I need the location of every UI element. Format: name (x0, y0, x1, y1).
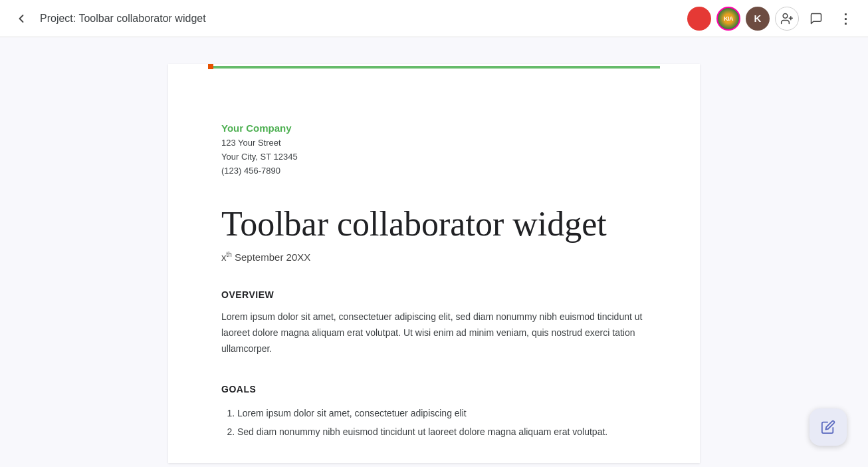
svg-point-0 (783, 13, 788, 18)
doc-title: Toolbar collaborator widget (221, 204, 647, 244)
avatar-1[interactable] (687, 7, 711, 31)
accent-bar (208, 64, 660, 69)
date-prefix: x (221, 251, 227, 263)
address-line2: Your City, ST 12345 (221, 150, 647, 164)
list-item: Lorem ipsum dolor sit amet, consectetuer… (237, 404, 647, 422)
doc-area: Your Company 123 Your Street Your City, … (0, 37, 868, 467)
address-line1: 123 Your Street (221, 136, 647, 150)
topbar-left: Project: Toolbar collaborator widget (11, 8, 679, 29)
accent-line (213, 66, 660, 69)
goals-heading: GOALS (221, 384, 647, 394)
accent-dot (208, 64, 213, 69)
avatar-3[interactable]: K (746, 7, 770, 31)
phone: (123) 456-7890 (221, 164, 647, 178)
topbar-right: KIA K ⋮ (687, 7, 857, 31)
topbar: Project: Toolbar collaborator widget KIA… (0, 0, 868, 37)
doc-date: xth September 20XX (221, 251, 647, 263)
add-person-button[interactable] (775, 7, 799, 31)
back-button[interactable] (11, 8, 32, 29)
list-item: Sed diam nonummy nibh euismod tincidunt … (237, 422, 647, 441)
avatar-2[interactable]: KIA (716, 7, 740, 31)
overview-heading: OVERVIEW (221, 289, 647, 300)
chat-button[interactable] (804, 7, 828, 31)
main: Your Company 123 Your Street Your City, … (0, 37, 868, 467)
goals-list: Lorem ipsum dolor sit amet, consectetuer… (237, 404, 647, 441)
date-superscript: th (227, 251, 232, 258)
overview-body: Lorem ipsum dolor sit amet, consectetuer… (221, 309, 647, 357)
topbar-title: Project: Toolbar collaborator widget (40, 13, 206, 25)
company-address: 123 Your Street Your City, ST 12345 (123… (221, 136, 647, 178)
doc-page: Your Company 123 Your Street Your City, … (168, 64, 700, 463)
fab-edit-button[interactable] (810, 408, 847, 446)
company-name: Your Company (221, 122, 647, 134)
more-options-button[interactable]: ⋮ (833, 7, 857, 31)
date-suffix: September 20XX (232, 251, 310, 263)
